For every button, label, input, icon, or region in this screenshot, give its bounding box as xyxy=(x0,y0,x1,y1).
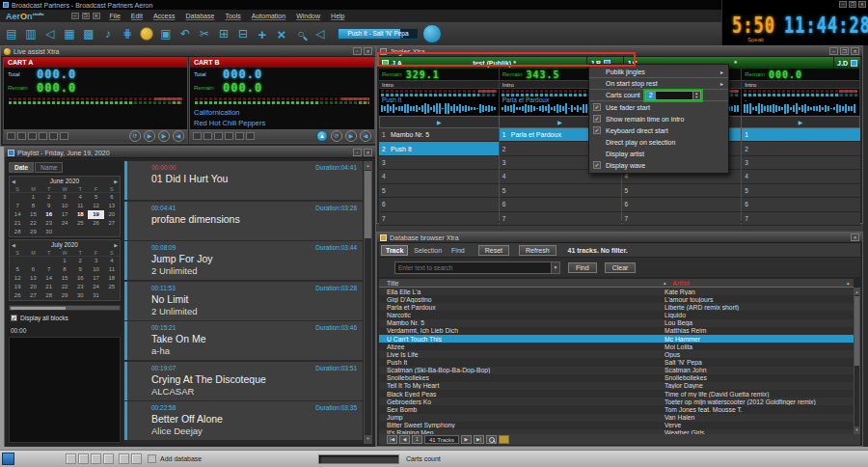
playlist-item[interactable]: 00:22:58 Duration:03:35 Better Off Alone… xyxy=(124,401,363,440)
playlist-item[interactable]: 00:00:00 Duration:04:41 01 Did I Hurt Yo… xyxy=(124,161,363,200)
jingle-cell[interactable]: 6 xyxy=(379,198,499,211)
calendar-day[interactable]: 13 xyxy=(25,274,41,283)
calendar-day[interactable]: 11 xyxy=(104,265,120,274)
menu-item[interactable]: File xyxy=(110,13,121,19)
calendar-day[interactable] xyxy=(72,228,88,236)
toolbar-button[interactable]: × xyxy=(272,24,291,43)
toolbar-button[interactable]: ○ xyxy=(291,24,311,43)
maximize-icon[interactable]: ❐ xyxy=(840,47,849,55)
table-row[interactable]: Jump Van Halen xyxy=(379,414,854,422)
toolbar-button[interactable]: ⊞ xyxy=(214,24,233,43)
spinner-arrows-icon[interactable]: ▲▼ xyxy=(692,92,700,99)
calendar-day[interactable]: 6 xyxy=(25,265,41,274)
add-database-label[interactable]: Add database xyxy=(160,455,202,462)
left-splitter[interactable] xyxy=(0,147,4,448)
playlist-item[interactable]: 00:19:07 Duration:03:51 Crying At The Di… xyxy=(124,362,363,400)
playlist-tab[interactable]: Name xyxy=(35,162,63,173)
toolbar-button[interactable]: ♪ xyxy=(98,24,118,43)
calendar-day[interactable]: 29 xyxy=(57,291,72,300)
calendar-day[interactable]: 7 xyxy=(41,265,57,274)
context-menu-item[interactable]: ✓ Use fader start ▲▼ ▸ xyxy=(589,101,728,113)
toolbar-button[interactable]: ▦ xyxy=(60,24,79,43)
table-scrollbar[interactable]: ▲▼ xyxy=(854,288,860,434)
transport-button[interactable]: ◀ xyxy=(360,130,371,142)
jingle-cell[interactable]: 6 xyxy=(742,198,860,211)
calendar-day[interactable]: 2 xyxy=(72,257,88,265)
cart-preset-button[interactable] xyxy=(193,132,202,140)
column-artist[interactable]: Artist xyxy=(670,280,846,287)
statusbar-toggle-5[interactable] xyxy=(119,453,129,464)
calendar-day[interactable]: 14 xyxy=(41,274,57,283)
jingle-cell[interactable]: 5 xyxy=(500,184,621,198)
calendar-day[interactable]: 4 xyxy=(104,257,120,265)
cart-preset-button[interactable] xyxy=(17,132,26,140)
jingle-cell[interactable]: 6 xyxy=(622,198,742,211)
calendar-day[interactable]: 9 xyxy=(41,202,57,210)
toolbar-button[interactable]: + xyxy=(253,24,272,43)
restore-icon[interactable]: ❐ xyxy=(849,1,856,8)
calendar-day[interactable] xyxy=(10,257,25,265)
statusbar-toggle-6[interactable] xyxy=(131,453,142,464)
pager-last-button[interactable]: ▶| xyxy=(474,435,484,444)
database-tab[interactable]: Track xyxy=(381,245,408,256)
calendar-day[interactable]: 7 xyxy=(10,202,25,210)
calendar-day[interactable] xyxy=(104,291,120,300)
cart-preset-button[interactable] xyxy=(225,132,233,140)
cart-preset-button[interactable] xyxy=(7,132,15,140)
add-database-icon[interactable] xyxy=(148,454,156,463)
sort-arrow-icon[interactable]: ▲ xyxy=(846,281,854,286)
restore-icon[interactable]: ▫ xyxy=(353,149,362,156)
calendar-day[interactable]: 15 xyxy=(57,274,72,283)
calendar-day[interactable]: 21 xyxy=(10,219,25,228)
database-tab[interactable]: Find xyxy=(448,246,469,255)
database-button[interactable]: Refresh xyxy=(519,245,556,256)
jingle-cell[interactable]: 7 xyxy=(742,212,860,226)
checkbox-checked-icon[interactable]: ✓ xyxy=(11,315,17,321)
table-row[interactable]: Gebroeders Ko Toeter op mijn waterscoote… xyxy=(379,398,854,405)
pager-page[interactable]: 1 xyxy=(412,435,422,444)
calendar-next-icon[interactable]: ▶ xyxy=(114,242,118,248)
cart-preset-button[interactable] xyxy=(60,132,68,140)
table-row[interactable]: Scatman (Ski-Ba-Bop-Ba-Dop-Bop) Scatman … xyxy=(379,367,854,374)
calendar-day[interactable]: 18 xyxy=(72,210,88,219)
close-icon[interactable]: ✕ xyxy=(364,149,372,156)
table-row[interactable]: Bitter Sweet Symphony Verve xyxy=(379,422,854,429)
close-icon[interactable]: ✕ xyxy=(851,47,859,55)
calendar-day[interactable]: 23 xyxy=(41,219,57,228)
find-button[interactable]: Find xyxy=(568,262,597,273)
cart-preset-button[interactable] xyxy=(203,132,212,140)
scroll-down-icon[interactable]: ▼ xyxy=(365,435,371,443)
jingle-cart-display[interactable]: Remain000.0 Intro - xyxy=(742,69,860,116)
scrollbar-thumb[interactable] xyxy=(365,171,371,238)
jingle-cell[interactable]: 2Push It xyxy=(379,142,499,155)
jingle-cell[interactable]: 5 xyxy=(622,184,742,198)
close-icon[interactable]: ✕ xyxy=(858,1,866,8)
calendar-day[interactable]: 17 xyxy=(88,274,103,283)
calendar-day[interactable]: 1 xyxy=(57,257,72,265)
toolbar-button[interactable]: ↶ xyxy=(176,24,195,43)
table-row[interactable]: Push It Salt 'N' Pepa xyxy=(379,358,854,366)
jingle-cell[interactable]: 7 xyxy=(379,212,499,226)
jingle-cell[interactable]: 4 xyxy=(742,170,860,183)
toolbar-button[interactable]: ◁ xyxy=(311,24,330,43)
close-icon[interactable]: ✕ xyxy=(93,13,100,19)
transport-button[interactable]: ▲ xyxy=(316,130,328,142)
statusbar-toggle-3[interactable] xyxy=(91,453,101,464)
playlist-item[interactable]: 00:11:53 Duration:03:28 No Limit 2 Unlim… xyxy=(124,282,363,320)
table-row[interactable]: Gigi D'Agostino L'amour toujours xyxy=(379,295,854,303)
now-playing-bar[interactable]: Push It - Salt 'N' Pepa xyxy=(338,28,419,40)
menu-item[interactable]: Access xyxy=(153,13,176,19)
carts-count-spinner[interactable]: 2▲▼ xyxy=(645,91,701,100)
database-tab[interactable]: Selection xyxy=(410,246,446,255)
calendar-day[interactable]: 18 xyxy=(104,274,120,283)
calendar-day[interactable]: 29 xyxy=(25,228,41,236)
calendar-day[interactable]: 22 xyxy=(57,283,72,291)
pager-first-button[interactable]: |◀ xyxy=(387,435,397,444)
calendar-day[interactable]: 19 xyxy=(10,283,25,291)
calendar-day[interactable]: 13 xyxy=(104,202,120,210)
calendar-day[interactable]: 8 xyxy=(25,202,41,210)
statusbar-toggle-1[interactable] xyxy=(66,453,76,464)
calendar-day[interactable]: 5 xyxy=(10,265,25,274)
calendar-day[interactable] xyxy=(57,228,72,236)
toolbar-button[interactable]: ⊟ xyxy=(233,24,253,43)
